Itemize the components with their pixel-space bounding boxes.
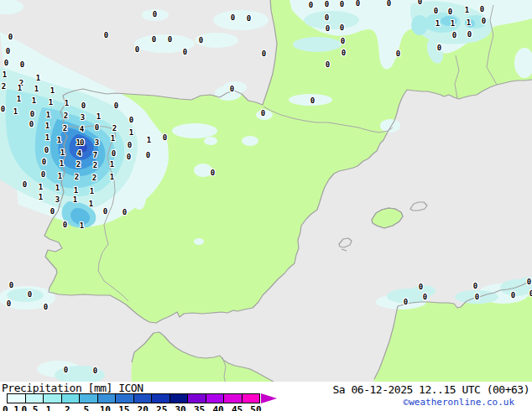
precip-value: 4 [77, 149, 81, 158]
precip-value: 0 [29, 120, 33, 128]
precip-value: 1 [465, 6, 468, 14]
precip-value: 1 [39, 193, 42, 201]
precip-value: 0 [230, 85, 233, 93]
precip-value: 2 [64, 112, 67, 120]
precip-value: 0 [340, 0, 343, 8]
colorbar-cell [188, 394, 206, 403]
precip-value: 0 [4, 59, 8, 67]
precip-value: 0 [64, 366, 67, 374]
scale-label: 50 [250, 404, 261, 411]
precip-value: 1 [18, 84, 21, 92]
scale-label: 30 [175, 404, 186, 411]
precip-value: 2 [63, 124, 66, 133]
precip-value: 0 [341, 37, 344, 45]
precip-value: 3 [95, 138, 98, 147]
legend-bar: Precipitation [mm] ICON 0.10.51251015202… [0, 382, 532, 411]
precip-value: 1 [110, 173, 113, 181]
precip-value: 1 [89, 200, 92, 208]
precip-value: 0 [482, 17, 485, 25]
copyright-link[interactable]: ©weatheronline.co.uk [404, 397, 514, 408]
precip-value: 1 [45, 133, 49, 142]
forecast-datetime: Sa 06-12-2025 12..15 UTC (00+63) [333, 383, 529, 396]
weather-map-screen: 0000011221111111000101231001240211110310… [0, 0, 532, 411]
precip-value: 1 [45, 122, 49, 130]
precip-value: 7 [93, 151, 96, 159]
colorbar-cell [80, 394, 98, 403]
colorbar-cell [224, 394, 243, 403]
precip-value: 0 [127, 153, 130, 161]
precip-value: 0 [168, 35, 171, 44]
precip-value: 1 [436, 19, 439, 28]
precip-value: 0 [404, 298, 407, 306]
precip-value: 0 [262, 49, 265, 58]
precip-value: 0 [356, 0, 359, 8]
precip-value: 1 [39, 183, 42, 191]
scale-label: 35 [194, 404, 205, 411]
colorbar-arrow-icon [261, 393, 277, 403]
precip-value: 0 [211, 169, 214, 177]
precip-value: 0 [199, 36, 202, 44]
precip-value: 0 [30, 110, 34, 118]
precipitation-map: 0000011221111111000101231001240211110310… [0, 0, 532, 382]
precip-values-layer: 0000011221111111000101231001240211110310… [0, 0, 532, 382]
precip-value: 3 [81, 113, 84, 122]
scale-label: 0.5 [22, 404, 39, 411]
precip-value: 1 [32, 96, 35, 105]
precip-value: 0 [342, 49, 345, 57]
scale-label: 15 [118, 404, 129, 411]
precip-value: 0 [135, 45, 138, 54]
precip-value: 0 [423, 293, 426, 301]
precip-value: 0 [437, 44, 441, 52]
precip-value: 1 [3, 70, 6, 79]
precip-value: 0 [129, 116, 133, 124]
precip-value: 3 [55, 195, 59, 204]
precip-value: 0 [511, 291, 514, 299]
colorbar-cell [170, 394, 189, 403]
precip-value: 2 [2, 82, 5, 91]
precip-value: 0 [7, 299, 10, 308]
precip-value: 1 [17, 95, 20, 103]
precip-value: 2 [112, 124, 116, 133]
precip-value: 0 [183, 48, 186, 56]
precip-value: 0 [326, 60, 329, 69]
precip-value: 0 [325, 0, 328, 8]
precip-value: 1 [147, 136, 150, 144]
precip-value: 0 [419, 283, 422, 291]
precip-value: 0 [418, 0, 421, 6]
precip-value: 4 [80, 125, 83, 133]
precip-value: 0 [452, 31, 456, 39]
precip-value: 0 [103, 207, 107, 216]
scale-label: 5 [84, 404, 90, 411]
precip-value: 1 [467, 18, 470, 27]
legend-scale-labels: 0.10.5125101520253035404550 [0, 404, 285, 411]
precip-value: 0 [163, 133, 166, 142]
precip-value: 0 [9, 281, 13, 289]
precip-value: 0 [23, 180, 26, 189]
precip-value: 0 [146, 151, 149, 159]
precip-value: 1 [110, 160, 113, 169]
precip-value: 0 [112, 149, 115, 158]
precip-value: 1 [60, 148, 64, 157]
precip-value: 1 [65, 99, 68, 107]
precip-value: 0 [261, 109, 264, 117]
precip-value: 2 [92, 174, 96, 182]
precip-value: 1 [36, 74, 39, 82]
precip-value: 0 [325, 13, 328, 22]
precip-value: 0 [114, 101, 117, 110]
precip-value: 2 [76, 160, 80, 169]
precip-value: 1 [58, 172, 61, 180]
precip-value: 0 [81, 101, 85, 110]
precip-value: 1 [13, 107, 17, 116]
precip-value: 0 [387, 0, 390, 8]
precip-value: 0 [28, 290, 31, 299]
scale-label: 45 [232, 404, 243, 411]
precip-value: 1 [34, 85, 38, 93]
precip-value: 1 [90, 187, 93, 195]
precip-value: 2 [75, 173, 78, 181]
precip-value: 0 [310, 96, 314, 105]
precip-value: 1 [74, 186, 77, 195]
precip-value: 0 [123, 208, 126, 216]
precip-value: 0 [152, 35, 155, 44]
scale-label: 1 [46, 404, 52, 411]
precip-value: 1 [96, 112, 100, 121]
